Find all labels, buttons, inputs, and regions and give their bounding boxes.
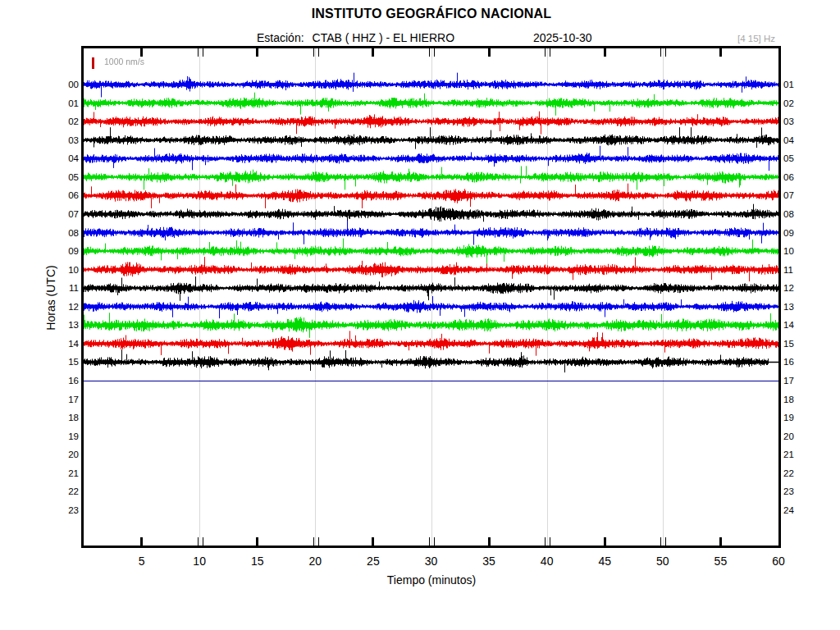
hour-label-right: 16 xyxy=(783,356,813,368)
axis-tick xyxy=(198,48,203,57)
amplitude-scale-bar xyxy=(92,57,94,69)
station-subtitle: Estación:CTAB ( HHZ ) - EL HIERRO xyxy=(257,31,454,44)
hour-label-right: 14 xyxy=(783,319,813,331)
axis-tick xyxy=(313,537,319,546)
station-value: CTAB ( HHZ ) - EL HIERRO xyxy=(313,31,454,44)
date-label: 2025-10-30 xyxy=(533,31,592,44)
axis-tick xyxy=(140,537,143,546)
hour-label-left: 18 xyxy=(49,412,79,423)
helicorder-page: INSTITUTO GEOGRÁFICO NACIONAL Estación:C… xyxy=(0,0,840,630)
axis-tick xyxy=(719,48,722,57)
axis-tick xyxy=(372,48,374,57)
hour-label-right: 08 xyxy=(783,208,813,220)
hour-label-right: 20 xyxy=(783,431,813,442)
x-tick-label: 5 xyxy=(124,555,160,568)
hour-label-right: 17 xyxy=(783,375,813,386)
x-tick-label: 20 xyxy=(297,555,333,568)
page-title: INSTITUTO GEOGRÁFICO NACIONAL xyxy=(82,7,781,21)
hour-label-right: 10 xyxy=(783,245,813,257)
hour-label-left: 17 xyxy=(49,394,79,405)
filter-band-label: [4 15] Hz xyxy=(737,34,775,43)
axis-tick xyxy=(604,537,606,546)
axis-tick xyxy=(488,48,491,57)
axis-tick xyxy=(545,48,550,57)
hour-label-left: 06 xyxy=(49,189,79,201)
hour-label-right: 22 xyxy=(783,468,813,479)
hour-label-left: 15 xyxy=(49,356,79,368)
axis-tick xyxy=(545,537,550,546)
hour-label-right: 15 xyxy=(783,338,813,349)
hour-label-right: 12 xyxy=(783,282,813,294)
x-axis-title: Tiempo (minutos) xyxy=(349,573,514,587)
hour-label-left: 03 xyxy=(49,135,79,146)
axis-tick xyxy=(372,537,374,546)
hour-label-left: 01 xyxy=(49,98,79,109)
hour-label-left: 00 xyxy=(49,79,79,90)
axis-tick xyxy=(604,48,606,57)
hour-label-left: 07 xyxy=(49,208,79,220)
hour-label-right: 02 xyxy=(783,98,813,109)
hour-label-left: 04 xyxy=(49,153,79,164)
hour-label-left: 20 xyxy=(49,449,79,460)
hour-label-right: 01 xyxy=(783,79,813,90)
hour-label-right: 23 xyxy=(783,486,813,497)
x-tick-label: 35 xyxy=(471,555,507,568)
axis-tick xyxy=(719,537,722,546)
axis-tick xyxy=(660,537,666,546)
axis-tick xyxy=(256,537,258,546)
x-tick-label: 25 xyxy=(355,555,391,568)
station-label: Estación: xyxy=(257,31,304,44)
hour-label-right: 18 xyxy=(783,394,813,405)
hour-label-right: 03 xyxy=(783,116,813,127)
hour-label-right: 11 xyxy=(783,264,813,276)
x-tick-label: 45 xyxy=(587,555,623,568)
axis-tick xyxy=(256,48,258,57)
hour-label-right: 09 xyxy=(783,227,813,239)
seismogram-canvas xyxy=(84,48,778,546)
axis-tick xyxy=(660,48,666,57)
hour-label-left: 23 xyxy=(49,504,79,516)
hour-label-right: 24 xyxy=(783,504,813,516)
hour-label-left: 02 xyxy=(49,116,79,127)
hour-label-left: 22 xyxy=(49,486,79,497)
hour-label-right: 04 xyxy=(783,135,813,146)
x-tick-label: 15 xyxy=(240,555,276,568)
axis-tick xyxy=(429,48,435,57)
axis-tick xyxy=(198,537,203,546)
x-tick-label: 55 xyxy=(702,555,738,568)
hour-label-left: 08 xyxy=(49,227,79,239)
hour-label-left: 19 xyxy=(49,431,79,442)
hour-label-left: 16 xyxy=(49,375,79,386)
hour-label-left: 09 xyxy=(49,245,79,257)
hour-label-right: 19 xyxy=(783,412,813,423)
x-tick-label: 30 xyxy=(413,555,450,568)
axis-tick xyxy=(140,48,143,57)
hour-label-right: 06 xyxy=(783,171,813,183)
x-tick-label: 50 xyxy=(645,555,681,568)
axis-tick xyxy=(429,537,435,546)
x-tick-label: 60 xyxy=(760,555,797,568)
hour-label-left: 14 xyxy=(49,338,79,349)
x-tick-label: 10 xyxy=(181,555,217,568)
x-tick-label: 40 xyxy=(529,555,565,568)
amplitude-scale-label: 1000 nm/s xyxy=(104,57,144,66)
hour-label-right: 13 xyxy=(783,301,813,313)
y-axis-title: Horas (UTC) xyxy=(44,265,57,330)
axis-tick xyxy=(313,48,319,57)
hour-label-right: 21 xyxy=(783,449,813,460)
hour-label-left: 05 xyxy=(49,171,79,183)
axis-tick xyxy=(488,537,491,546)
hour-label-right: 07 xyxy=(783,189,813,201)
hour-label-right: 05 xyxy=(783,153,813,164)
hour-label-left: 21 xyxy=(49,468,79,479)
